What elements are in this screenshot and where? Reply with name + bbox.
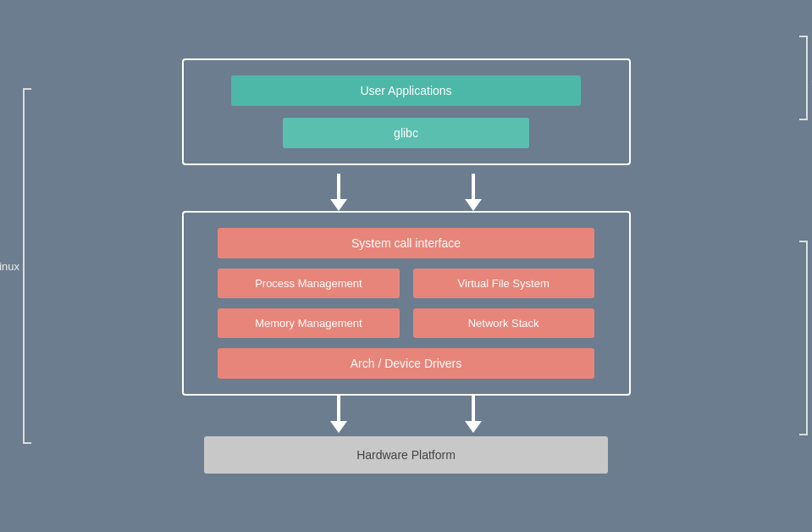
arrow-head-right <box>465 199 482 211</box>
arrows-spacer <box>283 165 530 174</box>
network-stack-block: Network Stack <box>413 308 594 338</box>
arrow-shaft-left <box>337 174 340 199</box>
left-bracket <box>23 88 31 444</box>
user-space-box: User Applications glibc <box>182 58 631 165</box>
process-mgmt-block: Process Management <box>218 269 399 298</box>
arrow-hw-head-right <box>465 421 482 433</box>
syscall-block: System call interface <box>218 228 594 258</box>
kernel-space-box: System call interface Process Management… <box>182 211 631 396</box>
arrow-hw-left <box>330 396 347 433</box>
arrow-hw-head-left <box>330 421 347 433</box>
user-space-label-group: 用户空间 <box>799 36 813 120</box>
arrows-row <box>272 174 541 211</box>
glibc-block: glibc <box>283 118 530 148</box>
hardware-block: Hardware Platform <box>204 436 608 474</box>
user-space-bracket <box>799 36 808 120</box>
arrow-hw-shaft-right <box>472 396 475 421</box>
diagram-wrapper: GNU/Linux User Applications glibc <box>59 20 754 512</box>
kernel-space-label-group: 内核空间 <box>799 241 813 435</box>
gnu-linux-label-group: GNU/Linux <box>0 88 31 444</box>
user-applications-block: User Applications <box>231 75 581 106</box>
gnu-linux-label: GNU/Linux <box>0 260 19 273</box>
arrow-right <box>465 174 482 211</box>
arrow-shaft-right <box>472 174 475 199</box>
kernel-row-2: Memory Management Network Stack <box>218 308 594 338</box>
arrow-hw-right <box>465 396 482 433</box>
memory-mgmt-block: Memory Management <box>218 308 399 338</box>
arrow-hw-shaft-left <box>337 396 340 421</box>
vfs-block: Virtual File System <box>413 269 594 298</box>
kernel-row-1: Process Management Virtual File System <box>218 269 594 298</box>
arrow-head-left <box>330 199 347 211</box>
arrow-left <box>330 174 347 211</box>
center-column: User Applications glibc System call inte… <box>182 58 631 474</box>
drivers-block: Arch / Device Drivers <box>218 348 594 379</box>
kernel-space-bracket <box>799 241 808 435</box>
arrows-row-2 <box>272 396 541 433</box>
